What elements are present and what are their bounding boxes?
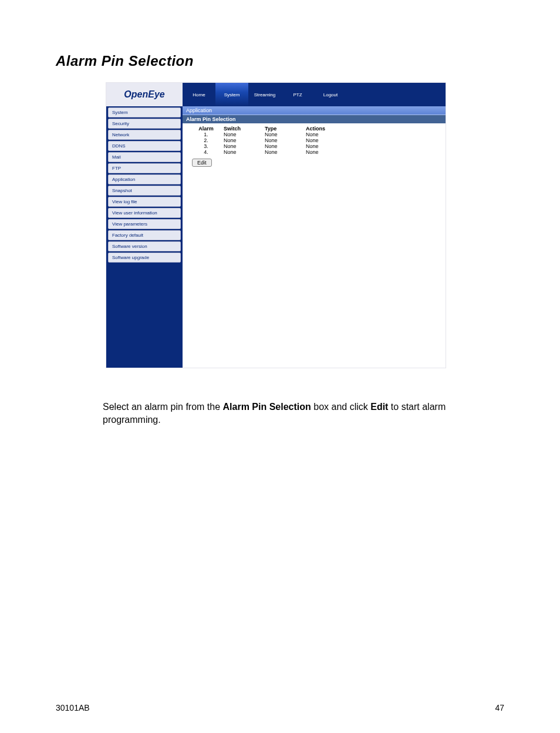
- page-footer: 30101AB 47: [56, 703, 504, 712]
- breadcrumb: Application: [183, 106, 446, 115]
- sidebar-item-software-upgrade[interactable]: Software upgrade: [108, 253, 181, 263]
- nav-logout[interactable]: Logout: [314, 83, 347, 106]
- cell-switch: None: [224, 149, 265, 155]
- col-alarm: Alarm: [188, 126, 224, 132]
- nav-ptz[interactable]: PTZ: [281, 83, 314, 106]
- nav-home[interactable]: Home: [183, 83, 215, 106]
- sidebar-item-view-user-information[interactable]: View user information: [108, 208, 181, 218]
- col-switch: Switch: [224, 126, 265, 132]
- section-title: Alarm Pin Selection: [183, 115, 446, 123]
- brand-logo: OpenEye: [124, 89, 164, 100]
- cell-actions: None: [306, 149, 341, 155]
- cell-type: None: [265, 149, 306, 155]
- logo-cell: OpenEye: [106, 83, 183, 106]
- app-body: System Security Network DDNS Mail FTP Ap…: [106, 106, 446, 368]
- cell-actions: None: [306, 132, 341, 137]
- sidebar-item-system[interactable]: System: [108, 107, 181, 117]
- cell-actions: None: [306, 137, 341, 143]
- app-screenshot: OpenEye Home System Streaming PTZ Logout…: [106, 82, 446, 368]
- doc-id: 30101AB: [56, 703, 90, 712]
- sidebar-item-snapshot[interactable]: Snapshot: [108, 186, 181, 196]
- col-type: Type: [265, 126, 306, 132]
- cell-switch: None: [224, 143, 265, 149]
- instruction-text: Select an alarm pin from the Alarm Pin S…: [103, 401, 504, 426]
- instr-bold: Alarm Pin Selection: [223, 402, 311, 412]
- sidebar-item-security[interactable]: Security: [108, 119, 181, 129]
- table-header-row: Alarm Switch Type Actions: [188, 126, 440, 132]
- cell-actions: None: [306, 143, 341, 149]
- top-nav: Home System Streaming PTZ Logout: [183, 83, 446, 106]
- cell-alarm: 2.: [188, 137, 224, 143]
- table-row[interactable]: 1. None None None: [188, 132, 440, 137]
- col-actions: Actions: [306, 126, 341, 132]
- sidebar-item-network[interactable]: Network: [108, 130, 181, 140]
- sidebar-item-view-log-file[interactable]: View log file: [108, 197, 181, 207]
- cell-type: None: [265, 143, 306, 149]
- instr-seg: box and click: [311, 402, 370, 412]
- cell-type: None: [265, 132, 306, 137]
- instr-bold: Edit: [370, 402, 388, 412]
- cell-alarm: 1.: [188, 132, 224, 137]
- sidebar-item-software-version[interactable]: Software version: [108, 241, 181, 251]
- content-area: Application Alarm Pin Selection Alarm Sw…: [183, 106, 446, 368]
- sidebar-item-ftp[interactable]: FTP: [108, 163, 181, 173]
- nav-system[interactable]: System: [215, 83, 248, 106]
- app-header: OpenEye Home System Streaming PTZ Logout: [106, 83, 446, 106]
- alarm-pin-table: Alarm Switch Type Actions 1. None None N…: [183, 123, 446, 169]
- sidebar-item-application[interactable]: Application: [108, 174, 181, 184]
- nav-streaming[interactable]: Streaming: [248, 83, 281, 106]
- page-title: Alarm Pin Selection: [56, 53, 504, 69]
- cell-alarm: 4.: [188, 149, 224, 155]
- sidebar: System Security Network DDNS Mail FTP Ap…: [106, 106, 183, 368]
- cell-switch: None: [224, 137, 265, 143]
- edit-button[interactable]: Edit: [192, 159, 212, 167]
- table-row[interactable]: 3. None None None: [188, 143, 440, 149]
- sidebar-item-mail[interactable]: Mail: [108, 152, 181, 162]
- sidebar-item-view-parameters[interactable]: View parameters: [108, 219, 181, 229]
- instr-seg: Select an alarm pin from the: [103, 402, 223, 412]
- cell-type: None: [265, 137, 306, 143]
- table-row[interactable]: 2. None None None: [188, 137, 440, 143]
- cell-alarm: 3.: [188, 143, 224, 149]
- sidebar-item-factory-default[interactable]: Factory default: [108, 230, 181, 240]
- table-row[interactable]: 4. None None None: [188, 149, 440, 155]
- page-number: 47: [495, 703, 504, 712]
- cell-switch: None: [224, 132, 265, 137]
- sidebar-item-ddns[interactable]: DDNS: [108, 141, 181, 151]
